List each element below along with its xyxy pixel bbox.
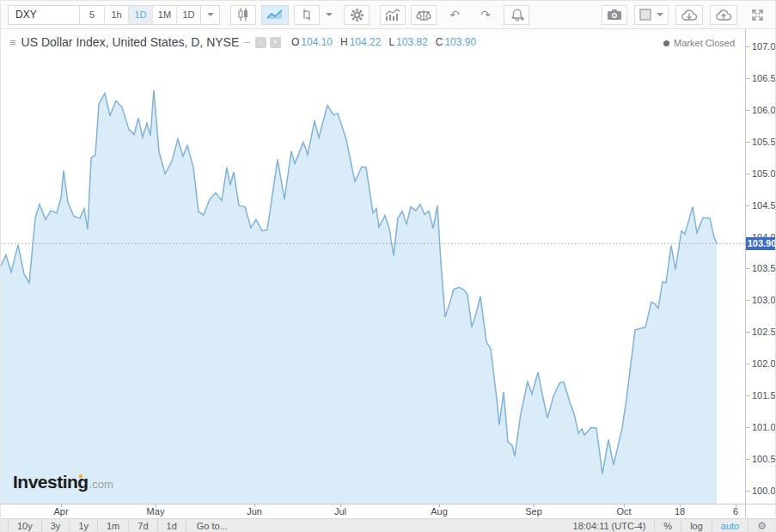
y-axis-label: 100.00 [752, 486, 776, 496]
legend-menu-icon[interactable]: ≡ [9, 36, 16, 49]
range-button-7d[interactable]: 7d [129, 519, 157, 532]
axis-settings-button[interactable]: ⚙ [748, 519, 776, 532]
chart-style-more-button[interactable] [320, 6, 339, 24]
y-axis-label: 105.50 [752, 137, 776, 147]
candlestick-icon [236, 8, 250, 21]
y-axis-tick [746, 395, 749, 396]
legend-add-badge[interactable]: + [270, 37, 281, 48]
investing-logo[interactable]: Investing .com [13, 472, 113, 492]
interval-more-button[interactable] [201, 5, 220, 25]
y-axis-label: 102.50 [752, 327, 776, 337]
y-axis-tick [746, 427, 749, 428]
alert-bell-plus-icon [510, 8, 524, 21]
interval-button-5[interactable]: 5 [80, 6, 104, 24]
goto-button[interactable]: Go to... [186, 521, 238, 531]
chevron-down-icon [326, 13, 333, 16]
y-axis-tick [746, 459, 749, 460]
indicators-button[interactable] [380, 5, 406, 25]
fullscreen-button[interactable] [744, 5, 770, 25]
y-axis-tick [746, 174, 749, 174]
y-axis-label: 101.00 [752, 422, 776, 432]
ohlc-value: 103.90 [444, 36, 476, 48]
y-axis-label: 101.50 [752, 390, 776, 401]
y-axis-tick [746, 491, 749, 492]
interval-button-1d[interactable]: 1D [176, 6, 200, 24]
fullscreen-icon [751, 9, 764, 21]
cloud-download-icon [681, 9, 698, 21]
chevron-down-icon [657, 13, 663, 16]
hilo-style-icon [300, 8, 314, 21]
ohlc-values: O104.10H104.22L103.82C103.90 [291, 36, 484, 48]
range-button-10y[interactable]: 10y [8, 519, 42, 532]
ohlc-pair: C103.90 [436, 36, 476, 48]
symbol-input[interactable]: DXY [8, 5, 80, 25]
logo-dot-icon [79, 474, 82, 478]
line-chart-icon [266, 9, 284, 21]
settings-button[interactable] [344, 5, 370, 25]
legend-eye-badge[interactable]: ◦ [255, 37, 266, 48]
interval-button-1h[interactable]: 1h [104, 6, 128, 24]
load-chart-button[interactable] [675, 5, 703, 25]
percent-scale-button[interactable]: % [654, 519, 681, 532]
last-price-tag: 103.90 [746, 237, 776, 250]
ohlc-label: C [436, 36, 443, 48]
interval-button-group: 51h1D1M1D [80, 5, 201, 25]
redo-button[interactable]: ↷ [473, 5, 498, 25]
axis-corner-line [745, 504, 746, 519]
indicators-icon [385, 9, 400, 21]
legend-expand-icon[interactable]: – [244, 36, 250, 48]
alert-button[interactable] [504, 5, 529, 25]
y-axis-label: 103.00 [752, 295, 776, 305]
interval-button-1d[interactable]: 1D [128, 6, 152, 24]
range-group: 10y3y1y1m7d1d Go to... [1, 519, 238, 532]
market-status-label: Market Closed [674, 38, 735, 48]
compare-button[interactable] [411, 5, 437, 25]
y-axis-tick [746, 205, 749, 206]
candlestick-chart-button[interactable] [230, 5, 256, 25]
chart-area[interactable]: ≡ US Dollar Index, United States, D, NYS… [1, 29, 745, 504]
y-axis-label: 106.00 [752, 105, 776, 115]
range-button-1y[interactable]: 1y [70, 519, 98, 532]
ohlc-value: 103.82 [396, 36, 428, 48]
y-axis-label: 102.00 [752, 358, 776, 369]
top-toolbar: DXY 51h1D1M1D [1, 1, 776, 29]
price-axis[interactable]: 107.00106.50106.00105.50105.00104.50104.… [745, 29, 776, 504]
y-axis-label: 107.00 [752, 41, 776, 52]
ohlc-label: O [291, 36, 299, 48]
y-axis-label: 104.50 [752, 200, 776, 211]
ohlc-pair: L103.82 [388, 36, 427, 48]
auto-scale-button[interactable]: auto [712, 519, 748, 532]
camera-icon [607, 9, 622, 21]
cloud-upload-icon [715, 9, 732, 21]
legend: ≡ US Dollar Index, United States, D, NYS… [9, 35, 484, 49]
log-scale-button[interactable]: log [681, 519, 712, 532]
hilo-style-button[interactable] [294, 5, 320, 25]
x-axis-label: Apr [53, 506, 68, 517]
x-axis-label: Jun [247, 506, 262, 517]
range-button-3y[interactable]: 3y [42, 519, 70, 532]
interval-button-1m[interactable]: 1M [152, 6, 176, 24]
y-axis-label: 105.00 [752, 168, 776, 179]
snapshot-button[interactable] [602, 5, 627, 25]
y-axis-label: 103.50 [752, 263, 776, 273]
range-button-1d[interactable]: 1d [158, 519, 186, 532]
time-axis[interactable]: AprMayJunJulAugSepOct186 [1, 504, 776, 518]
layout-grid-icon [639, 9, 651, 21]
undo-button[interactable]: ↶ [442, 5, 467, 25]
status-dot-icon [663, 40, 669, 46]
y-axis-tick [746, 268, 749, 269]
x-axis-label: 18 [675, 506, 685, 517]
line-chart-button[interactable] [261, 5, 289, 25]
y-axis-tick [746, 332, 749, 333]
market-status: Market Closed [663, 38, 735, 48]
layout-select-button[interactable] [634, 5, 669, 25]
range-button-1m[interactable]: 1m [98, 519, 129, 532]
ohlc-pair: H104.22 [340, 36, 381, 48]
toolbar-left-group: DXY 51h1D1M1D [8, 1, 529, 28]
clock-timezone[interactable]: 18:04:11 (UTC-4) [565, 519, 655, 532]
y-axis-tick [746, 300, 749, 301]
save-chart-button[interactable] [710, 5, 737, 25]
chevron-down-icon [207, 13, 214, 16]
y-axis-tick [746, 78, 749, 79]
logo-text: Investing [13, 472, 89, 492]
